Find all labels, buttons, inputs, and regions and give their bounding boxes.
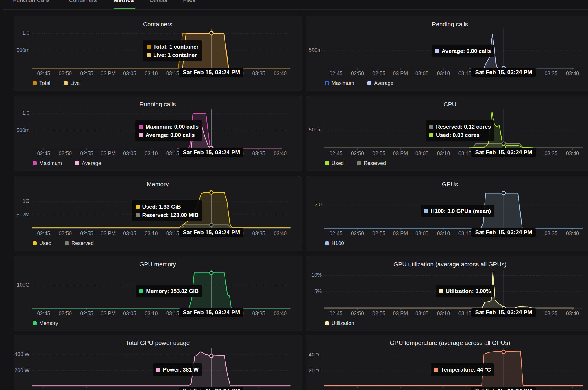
series-swatch xyxy=(147,53,151,57)
legend-label: Utilization xyxy=(332,320,354,326)
series-tooltip: Power: 381 W xyxy=(153,363,202,376)
x-axis-label: 03:05 xyxy=(118,311,142,317)
x-axis-label: 02:45 xyxy=(324,151,348,157)
x-axis-label: 03:05 xyxy=(410,151,434,157)
legend-label: Reserved xyxy=(364,160,386,166)
legend-item-memory[interactable]: Memory xyxy=(33,320,58,326)
crosshair-date-tooltip: Sat Feb 15, 03:24 PM xyxy=(179,228,243,237)
legend-item-average[interactable]: Average xyxy=(367,80,393,86)
gpu-temperature-average-across-all-gpus-plot-area[interactable] xyxy=(306,335,588,390)
tooltip-value: Used: 1.33 GiB xyxy=(142,204,181,210)
swatch-icon xyxy=(325,321,329,325)
series-swatch xyxy=(435,49,439,53)
chart-card-pending-calls: Pending calls500m02:4502:5002:5503 PM03:… xyxy=(306,16,588,91)
x-axis-label: 03 PM xyxy=(96,151,120,157)
legend-label: Maximum xyxy=(39,160,62,166)
series-tooltip: Memory: 153.82 GiB xyxy=(136,285,202,297)
crosshair-date-tooltip: Sat Feb 15, 03:24 PM xyxy=(179,387,243,390)
legend-item-average[interactable]: Average xyxy=(75,160,101,166)
x-axis-label: 03:05 xyxy=(410,231,434,237)
tooltip-value: Power: 381 W xyxy=(163,367,199,373)
legend-item-used[interactable]: Used xyxy=(33,240,51,246)
x-axis-label: 03:05 xyxy=(410,70,434,77)
x-axis-label: 02:50 xyxy=(53,70,77,77)
crosshair-date-tooltip: Sat Feb 15, 03:24 PM xyxy=(471,387,536,390)
x-axis-label: 03:40 xyxy=(268,311,292,317)
tooltip-row: Reserved: 128.00 MiB xyxy=(136,211,199,219)
swatch-icon xyxy=(33,81,37,85)
swatch-icon xyxy=(65,241,69,245)
legend-label: Total xyxy=(39,80,50,86)
tooltip-value: Reserved: 128.00 MiB xyxy=(142,212,199,218)
tooltip-value: Average: 0.00 calls xyxy=(442,48,491,54)
series-tooltip: Maximum: 0.00 callsAverage: 0.00 calls xyxy=(135,120,202,141)
legend-item-h100[interactable]: H100 xyxy=(325,240,344,246)
tab-files[interactable]: Files xyxy=(183,0,195,4)
x-axis-label: 02:55 xyxy=(367,231,391,237)
x-axis-label: 03:40 xyxy=(268,70,292,77)
chart-legend: UsedReserved xyxy=(325,159,386,167)
metrics-dashboard: Function CallsContainersMetricsDetailsFi… xyxy=(0,0,588,390)
chart-legend: MaximumAverage xyxy=(33,159,101,167)
x-axis-label: 03 PM xyxy=(388,151,413,157)
x-axis-label: 02:55 xyxy=(367,70,391,77)
tooltip-row: Temperature: 44 °C xyxy=(434,365,491,374)
legend-item-maximum[interactable]: Maximum xyxy=(325,80,354,86)
x-axis-label: 03:10 xyxy=(139,151,163,157)
legend-item-live[interactable]: Live xyxy=(64,80,80,86)
tab-containers[interactable]: Containers xyxy=(69,0,97,4)
x-axis-label: 03 PM xyxy=(388,311,413,317)
series-tooltip: Temperature: 44 °C xyxy=(431,363,494,376)
x-axis-label: 03 PM xyxy=(388,70,413,77)
series-swatch xyxy=(136,213,140,217)
x-axis-label: 03:10 xyxy=(139,231,163,237)
swatch-icon xyxy=(33,321,37,325)
legend-item-total[interactable]: Total xyxy=(33,80,50,86)
chart-card-gpus: GPUs2.002:4502:5002:5503 PM03:0503:1003:… xyxy=(306,176,588,251)
chart-legend: Memory xyxy=(33,319,58,327)
x-axis-label: 03 PM xyxy=(388,231,413,237)
x-axis-label: 03:40 xyxy=(560,151,585,157)
chart-legend: UsedReserved xyxy=(33,239,94,247)
x-axis-label: 02:45 xyxy=(324,311,348,317)
tab-metrics[interactable]: Metrics xyxy=(114,0,134,4)
x-axis-label: 03 PM xyxy=(96,311,120,317)
tooltip-value: Live: 1 container xyxy=(153,52,197,58)
legend-item-used[interactable]: Used xyxy=(325,160,344,166)
tab-details[interactable]: Details xyxy=(149,0,167,4)
legend-item-reserved[interactable]: Reserved xyxy=(65,240,94,246)
chart-card-gpu-utilization-average-across-all-gpus: GPU utilization (average across all GPUs… xyxy=(306,256,588,331)
tooltip-value: H100: 3.0 GPUs (mean) xyxy=(431,208,491,214)
x-axis-label: 03:10 xyxy=(139,311,163,317)
tab-bar-divider xyxy=(3,9,588,10)
x-axis-label: 02:45 xyxy=(32,231,56,237)
legend-label: H100 xyxy=(332,240,344,246)
legend-item-maximum[interactable]: Maximum xyxy=(33,160,62,166)
tab-function-calls[interactable]: Function Calls xyxy=(13,0,50,4)
tooltip-value: Used: 0.03 cores xyxy=(436,132,480,138)
series-tooltip: Average: 0.00 calls xyxy=(432,45,494,57)
tooltip-row: Average: 0.00 calls xyxy=(139,131,199,139)
chart-card-memory: Memory1G512M02:4502:5002:5503 PM03:0503:… xyxy=(14,176,302,251)
series-swatch xyxy=(439,289,443,293)
x-axis-label: 03:40 xyxy=(268,151,292,157)
x-axis-label: 03:05 xyxy=(118,151,142,157)
legend-label: Used xyxy=(332,160,344,166)
x-axis-label: 03 PM xyxy=(96,231,120,237)
tooltip-row: Memory: 153.82 GiB xyxy=(139,287,199,295)
total-gpu-power-usage-plot-area[interactable] xyxy=(14,335,302,390)
tooltip-value: Temperature: 44 °C xyxy=(441,367,491,373)
legend-label: Used xyxy=(39,240,51,246)
tooltip-row: Used: 1.33 GiB xyxy=(136,203,199,211)
chart-card-gpu-temperature-average-across-all-gpus: GPU temperature (average across all GPUs… xyxy=(306,335,588,390)
series-swatch xyxy=(429,125,433,129)
swatch-icon xyxy=(33,241,37,245)
series-swatch xyxy=(136,205,140,209)
tooltip-row: Reserved: 0.12 cores xyxy=(429,122,491,131)
swatch-icon xyxy=(33,161,37,165)
x-axis-label: 03:10 xyxy=(431,70,456,77)
legend-item-reserved[interactable]: Reserved xyxy=(357,160,386,166)
x-axis-label: 03:35 xyxy=(539,231,563,237)
x-axis-label: 02:45 xyxy=(324,231,348,237)
legend-item-utilization[interactable]: Utilization xyxy=(325,320,354,326)
